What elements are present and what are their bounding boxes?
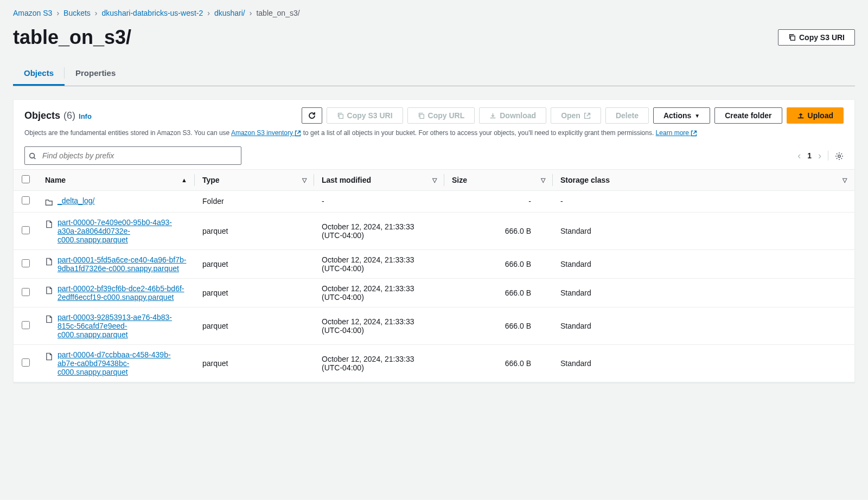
search-input[interactable] [24, 146, 241, 165]
tabs: Objects Properties [13, 62, 855, 86]
object-modified: October 12, 2024, 21:33:33 (UTC-04:00) [314, 344, 444, 382]
breadcrumb-prefix[interactable]: dkushari/ [214, 9, 245, 17]
external-link-icon [691, 130, 697, 137]
search-box [24, 146, 241, 165]
table-row: part-00003-92853913-ae76-4b83-815c-56caf… [14, 307, 854, 344]
copy-s3-uri-label: Copy S3 URI [799, 33, 845, 42]
svg-rect-2 [420, 114, 424, 118]
open-button[interactable]: Open [551, 107, 601, 124]
tab-objects[interactable]: Objects [13, 62, 65, 86]
object-storage: Standard [553, 307, 854, 344]
row-checkbox[interactable] [22, 321, 30, 329]
object-name-link[interactable]: _delta_log/ [58, 196, 95, 205]
chevron-right-icon: › [95, 9, 98, 17]
column-header-type[interactable]: Type▽ [195, 170, 314, 191]
chevron-right-icon: › [56, 9, 59, 17]
table-row: part-00002-bf39cf6b-dce2-46b5-bd6f-2edff… [14, 278, 854, 307]
copy-s3-uri-toolbar-button[interactable]: Copy S3 URI [327, 107, 403, 124]
object-storage: Standard [553, 344, 854, 382]
object-storage: - [553, 191, 854, 213]
object-size: 666.0 B [444, 307, 553, 344]
object-modified: October 12, 2024, 21:33:33 (UTC-04:00) [314, 278, 444, 307]
breadcrumb: Amazon S3 › Buckets › dkushari-databrick… [13, 9, 855, 17]
svg-rect-0 [790, 36, 795, 40]
row-checkbox[interactable] [22, 226, 30, 234]
column-header-name[interactable]: Name▲ [37, 170, 195, 191]
object-name-link[interactable]: part-00004-d7ccbbaa-c458-439b-ab7e-ca0bd… [58, 350, 187, 376]
next-page-button[interactable]: › [818, 150, 821, 162]
copy-icon [337, 112, 344, 119]
object-size: 666.0 B [444, 344, 553, 382]
object-type: parquet [195, 278, 314, 307]
object-type: parquet [195, 212, 314, 249]
panel-title: Objects [24, 110, 60, 121]
download-button[interactable]: Download [479, 107, 546, 124]
copy-icon [418, 112, 425, 119]
object-count: (6) [63, 110, 75, 121]
row-checkbox[interactable] [22, 196, 30, 204]
breadcrumb-s3[interactable]: Amazon S3 [13, 9, 52, 17]
page-title: table_on_s3/ [13, 26, 131, 49]
object-storage: Standard [553, 212, 854, 249]
copy-s3-uri-button[interactable]: Copy S3 URI [778, 29, 855, 46]
delete-button[interactable]: Delete [605, 107, 649, 124]
object-storage: Standard [553, 278, 854, 307]
object-name-link[interactable]: part-00003-92853913-ae76-4b83-815c-56caf… [58, 313, 187, 339]
object-size: - [444, 191, 553, 213]
object-modified: October 12, 2024, 21:33:33 (UTC-04:00) [314, 212, 444, 249]
external-link-icon [584, 112, 591, 119]
object-modified: October 12, 2024, 21:33:33 (UTC-04:00) [314, 307, 444, 344]
object-type: parquet [195, 249, 314, 278]
breadcrumb-current: table_on_s3/ [256, 9, 299, 17]
gear-icon [835, 152, 844, 161]
file-icon [45, 351, 53, 361]
object-type: Folder [195, 191, 314, 213]
tab-properties[interactable]: Properties [65, 62, 126, 86]
object-storage: Standard [553, 249, 854, 278]
sort-icon: ▽ [843, 177, 847, 184]
actions-button[interactable]: Actions ▼ [653, 107, 710, 124]
prev-page-button[interactable]: ‹ [797, 150, 801, 162]
upload-button[interactable]: Upload [787, 107, 844, 124]
object-type: parquet [195, 307, 314, 344]
external-link-icon [295, 130, 301, 137]
chevron-down-icon: ▼ [694, 113, 700, 119]
refresh-button[interactable] [302, 107, 322, 124]
sort-icon: ▽ [302, 177, 307, 184]
create-folder-button[interactable]: Create folder [714, 107, 782, 124]
row-checkbox[interactable] [22, 358, 30, 367]
select-all-checkbox[interactable] [22, 175, 30, 183]
page-number: 1 [807, 151, 812, 160]
sort-icon: ▽ [541, 177, 545, 184]
copy-url-button[interactable]: Copy URL [407, 107, 475, 124]
breadcrumb-buckets[interactable]: Buckets [63, 9, 91, 17]
column-header-size[interactable]: Size▽ [444, 170, 553, 191]
object-name-link[interactable]: part-00001-5fd5a6ce-ce40-4a96-bf7b-9dba1… [58, 255, 187, 273]
row-checkbox[interactable] [22, 259, 30, 267]
file-icon [45, 257, 53, 266]
row-checkbox[interactable] [22, 288, 30, 296]
object-size: 666.0 B [444, 278, 553, 307]
inventory-link[interactable]: Amazon S3 inventory [231, 129, 301, 137]
object-name-link[interactable]: part-00002-bf39cf6b-dce2-46b5-bd6f-2edff… [58, 284, 187, 302]
object-size: 666.0 B [444, 212, 553, 249]
toolbar: Copy S3 URI Copy URL Download Open Del [302, 107, 844, 124]
table-row: part-00004-d7ccbbaa-c458-439b-ab7e-ca0bd… [14, 344, 854, 382]
file-icon [45, 219, 53, 228]
pagination: ‹ 1 › [797, 150, 844, 162]
table-row: _delta_log/Folder--- [14, 191, 854, 213]
column-header-modified[interactable]: Last modified▽ [314, 170, 444, 191]
object-name-link[interactable]: part-00000-7e409e00-95b0-4a93-a30a-2a806… [58, 218, 187, 244]
learn-more-link[interactable]: Learn more [656, 129, 698, 137]
svg-point-4 [838, 155, 840, 157]
object-size: 666.0 B [444, 249, 553, 278]
breadcrumb-bucket[interactable]: dkushari-databricks-us-west-2 [102, 9, 203, 17]
upload-icon [797, 112, 805, 119]
file-icon [45, 314, 53, 323]
info-link[interactable]: Info [79, 112, 92, 120]
sort-asc-icon: ▲ [181, 177, 187, 183]
refresh-icon [308, 111, 316, 120]
settings-button[interactable] [828, 151, 844, 160]
column-header-storage[interactable]: Storage class▽ [553, 170, 854, 191]
object-modified: - [314, 191, 444, 213]
